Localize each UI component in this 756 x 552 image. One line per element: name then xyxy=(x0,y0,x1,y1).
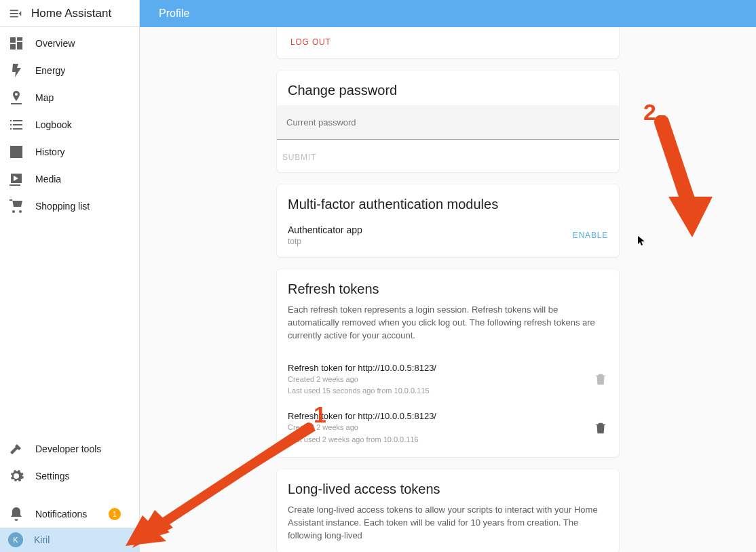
user-name: Kiril xyxy=(34,534,50,545)
gear-icon xyxy=(8,468,24,484)
current-password-field[interactable]: Current password xyxy=(277,105,619,140)
sidebar-item-label: Energy xyxy=(35,65,65,76)
cart-icon xyxy=(8,198,24,214)
dashboard-icon xyxy=(8,35,24,52)
mfa-module-name: Authenticator app xyxy=(288,224,573,235)
token-last-used: Last used 2 weeks ago from 10.0.0.116 xyxy=(288,435,593,445)
mouse-cursor-icon xyxy=(638,236,646,247)
bell-icon xyxy=(8,506,24,522)
annotation-label-2: 2 xyxy=(643,99,656,125)
sidebar-item-notifications[interactable]: Notifications 1 xyxy=(0,500,139,528)
sidebar-item-label: History xyxy=(35,146,65,157)
refresh-token-item: Refresh token for http://10.0.0.5:8123/ … xyxy=(277,401,619,457)
main: Profile LOG OUT Change password Current … xyxy=(140,0,756,552)
page-title: Profile xyxy=(159,7,189,20)
card-title: Refresh tokens xyxy=(277,269,619,304)
token-title: Refresh token for http://10.0.0.5:8123/ xyxy=(288,363,593,373)
mfa-module-sub: totp xyxy=(288,237,573,246)
sidebar-item-settings[interactable]: Settings xyxy=(0,462,139,490)
chart-icon xyxy=(8,144,24,160)
session-card: LOG OUT xyxy=(277,27,619,58)
delete-token-icon xyxy=(593,372,608,387)
map-icon xyxy=(8,90,24,106)
user-avatar: K xyxy=(8,532,23,547)
long-lived-tokens-card: Long-lived access tokens Create long-liv… xyxy=(277,469,619,552)
logout-button[interactable]: LOG OUT xyxy=(290,37,331,47)
submit-button[interactable]: SUBMIT xyxy=(282,153,316,162)
sidebar-item-logbook[interactable]: Logbook xyxy=(0,111,139,138)
current-password-label: Current password xyxy=(286,117,356,127)
sidebar-item-media[interactable]: Media xyxy=(0,165,139,193)
sidebar-item-label: Media xyxy=(35,174,61,184)
notifications-badge: 1 xyxy=(109,508,121,520)
annotation-label-1: 1 xyxy=(314,401,326,428)
refresh-token-item: Refresh token for http://10.0.0.5:8123/ … xyxy=(277,353,619,402)
sidebar-item-label: Developer tools xyxy=(35,443,101,454)
sidebar-item-overview[interactable]: Overview xyxy=(0,30,139,57)
card-title: Long-lived access tokens xyxy=(277,469,619,504)
app-title: Home Assistant xyxy=(31,7,111,20)
change-password-card: Change password Current password SUBMIT xyxy=(277,71,619,172)
sidebar-item-history[interactable]: History xyxy=(0,138,139,165)
card-title: Change password xyxy=(277,71,619,105)
sidebar-bottom: Developer tools Settings Notifications 1… xyxy=(0,435,139,552)
topbar: Profile xyxy=(140,0,756,27)
long-lived-description: Create long-lived access tokens to allow… xyxy=(288,504,608,543)
menu-collapse-icon[interactable] xyxy=(8,6,23,21)
play-icon xyxy=(8,171,24,187)
sidebar-item-label: Notifications xyxy=(35,509,87,519)
sidebar-item-label: Settings xyxy=(35,471,70,481)
sidebar-item-label: Shopping list xyxy=(35,201,90,212)
refresh-tokens-description: Each refresh token represents a login se… xyxy=(288,304,608,342)
sidebar-item-label: Map xyxy=(35,92,54,103)
content[interactable]: LOG OUT Change password Current password… xyxy=(140,27,756,552)
sidebar-nav: Overview Energy Map Logbook History Medi… xyxy=(0,27,139,435)
sidebar-item-devtools[interactable]: Developer tools xyxy=(0,435,139,462)
sidebar: Home Assistant Overview Energy Map Logbo… xyxy=(0,0,140,552)
delete-token-icon[interactable] xyxy=(593,420,608,435)
hammer-icon xyxy=(8,441,24,457)
sidebar-header: Home Assistant xyxy=(0,0,139,27)
token-created: Created 2 weeks ago xyxy=(288,422,593,433)
bolt-icon xyxy=(8,62,24,79)
token-last-used: Last used 15 seconds ago from 10.0.0.115 xyxy=(288,386,593,396)
sidebar-item-map[interactable]: Map xyxy=(0,84,139,111)
sidebar-item-energy[interactable]: Energy xyxy=(0,57,139,84)
sidebar-item-label: Logbook xyxy=(35,119,72,130)
mfa-enable-button[interactable]: ENABLE xyxy=(573,231,608,240)
sidebar-item-user[interactable]: K Kiril xyxy=(0,528,139,552)
card-title: Multi-factor authentication modules xyxy=(277,184,619,219)
refresh-tokens-card: Refresh tokens Each refresh token repres… xyxy=(277,269,619,457)
list-icon xyxy=(8,117,24,133)
mfa-card: Multi-factor authentication modules Auth… xyxy=(277,184,619,257)
token-created: Created 2 weeks ago xyxy=(288,374,593,385)
sidebar-item-label: Overview xyxy=(35,38,75,49)
sidebar-item-shopping[interactable]: Shopping list xyxy=(0,193,139,220)
token-title: Refresh token for http://10.0.0.5:8123/ xyxy=(288,411,593,421)
